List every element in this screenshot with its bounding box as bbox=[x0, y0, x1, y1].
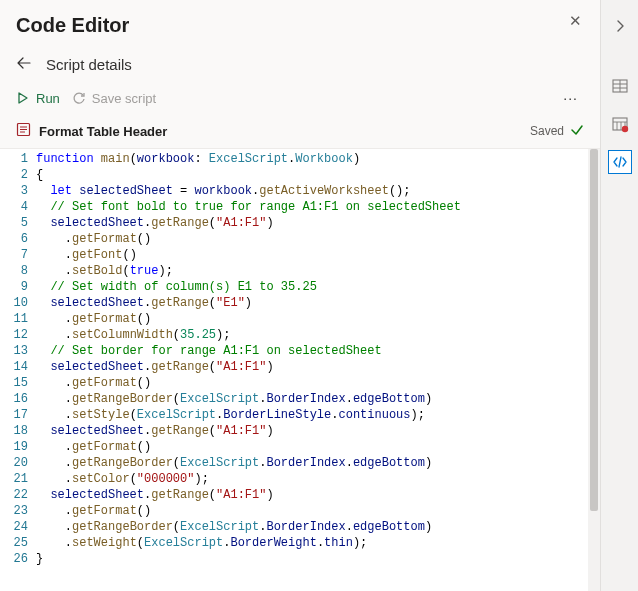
code-line[interactable]: selectedSheet.getRange("A1:F1") bbox=[36, 487, 600, 503]
play-icon bbox=[16, 91, 30, 105]
line-number: 22 bbox=[0, 487, 28, 503]
code-line[interactable]: { bbox=[36, 167, 600, 183]
line-number: 25 bbox=[0, 535, 28, 551]
toolbar: Run Save script ··· bbox=[0, 86, 600, 116]
line-number: 9 bbox=[0, 279, 28, 295]
close-button[interactable]: ✕ bbox=[565, 8, 586, 34]
code-editor-panel: Code Editor ✕ Script details Run Save sc… bbox=[0, 0, 600, 591]
save-refresh-icon bbox=[72, 91, 86, 105]
line-number-gutter: 1234567891011121314151617181920212223242… bbox=[0, 149, 36, 591]
script-name: Format Table Header bbox=[39, 124, 167, 139]
back-button[interactable] bbox=[16, 55, 32, 74]
code-line[interactable]: .setWeight(ExcelScript.BorderWeight.thin… bbox=[36, 535, 600, 551]
line-number: 16 bbox=[0, 391, 28, 407]
line-number: 26 bbox=[0, 551, 28, 567]
line-number: 4 bbox=[0, 199, 28, 215]
line-number: 17 bbox=[0, 407, 28, 423]
line-number: 2 bbox=[0, 167, 28, 183]
line-number: 15 bbox=[0, 375, 28, 391]
line-number: 3 bbox=[0, 183, 28, 199]
line-number: 5 bbox=[0, 215, 28, 231]
line-number: 14 bbox=[0, 359, 28, 375]
code-line[interactable]: .getFormat() bbox=[36, 231, 600, 247]
table-icon bbox=[611, 77, 629, 95]
save-label: Save script bbox=[92, 91, 156, 106]
line-number: 6 bbox=[0, 231, 28, 247]
code-line[interactable]: selectedSheet.getRange("A1:F1") bbox=[36, 423, 600, 439]
record-icon bbox=[611, 115, 629, 133]
save-script-button[interactable]: Save script bbox=[72, 91, 156, 106]
line-number: 11 bbox=[0, 311, 28, 327]
code-line[interactable]: // Set font bold to true for range A1:F1… bbox=[36, 199, 600, 215]
line-number: 8 bbox=[0, 263, 28, 279]
rail-action-code[interactable] bbox=[608, 150, 632, 174]
line-number: 21 bbox=[0, 471, 28, 487]
code-editor[interactable]: 1234567891011121314151617181920212223242… bbox=[0, 148, 600, 591]
code-tag-icon bbox=[611, 153, 629, 171]
run-label: Run bbox=[36, 91, 60, 106]
code-line[interactable]: let selectedSheet = workbook.getActiveWo… bbox=[36, 183, 600, 199]
code-line[interactable]: .setColor("000000"); bbox=[36, 471, 600, 487]
rail-action-1[interactable] bbox=[608, 74, 632, 98]
line-number: 12 bbox=[0, 327, 28, 343]
code-content[interactable]: function main(workbook: ExcelScript.Work… bbox=[36, 149, 600, 591]
expand-pane-button[interactable] bbox=[608, 14, 632, 38]
rail-action-record[interactable] bbox=[608, 112, 632, 136]
code-line[interactable]: selectedSheet.getRange("E1") bbox=[36, 295, 600, 311]
page-title: Code Editor bbox=[16, 14, 584, 37]
code-line[interactable]: .getRangeBorder(ExcelScript.BorderIndex.… bbox=[36, 519, 600, 535]
code-line[interactable]: .getRangeBorder(ExcelScript.BorderIndex.… bbox=[36, 391, 600, 407]
saved-status: Saved bbox=[530, 123, 584, 140]
run-button[interactable]: Run bbox=[16, 91, 60, 106]
code-line[interactable]: .setColumnWidth(35.25); bbox=[36, 327, 600, 343]
line-number: 24 bbox=[0, 519, 28, 535]
code-line[interactable]: .getFormat() bbox=[36, 439, 600, 455]
svg-point-3 bbox=[621, 126, 627, 132]
line-number: 10 bbox=[0, 295, 28, 311]
line-number: 23 bbox=[0, 503, 28, 519]
code-line[interactable]: // Set border for range A1:F1 on selecte… bbox=[36, 343, 600, 359]
subheader: Script details bbox=[0, 49, 600, 86]
line-number: 18 bbox=[0, 423, 28, 439]
code-line[interactable]: selectedSheet.getRange("A1:F1") bbox=[36, 215, 600, 231]
subheader-title: Script details bbox=[46, 56, 132, 73]
code-line[interactable]: .getRangeBorder(ExcelScript.BorderIndex.… bbox=[36, 455, 600, 471]
line-number: 1 bbox=[0, 151, 28, 167]
code-line[interactable]: .getFormat() bbox=[36, 311, 600, 327]
code-line[interactable]: selectedSheet.getRange("A1:F1") bbox=[36, 359, 600, 375]
code-line[interactable]: .getFormat() bbox=[36, 503, 600, 519]
script-info-row: Format Table Header Saved bbox=[0, 116, 600, 148]
code-line[interactable]: // Set width of column(s) E1 to 35.25 bbox=[36, 279, 600, 295]
code-line[interactable]: .getFormat() bbox=[36, 375, 600, 391]
vertical-scrollbar[interactable] bbox=[588, 149, 600, 591]
line-number: 19 bbox=[0, 439, 28, 455]
code-line[interactable]: } bbox=[36, 551, 600, 567]
saved-label: Saved bbox=[530, 124, 564, 138]
code-line[interactable]: .getFont() bbox=[36, 247, 600, 263]
line-number: 13 bbox=[0, 343, 28, 359]
line-number: 20 bbox=[0, 455, 28, 471]
line-number: 7 bbox=[0, 247, 28, 263]
right-rail bbox=[600, 0, 638, 591]
header: Code Editor ✕ bbox=[0, 0, 600, 49]
more-actions-button[interactable]: ··· bbox=[557, 90, 584, 106]
back-arrow-icon bbox=[16, 55, 32, 71]
script-icon bbox=[16, 122, 31, 140]
close-icon: ✕ bbox=[569, 12, 582, 29]
scrollbar-thumb[interactable] bbox=[590, 149, 598, 511]
check-icon bbox=[570, 123, 584, 140]
chevron-right-icon bbox=[613, 19, 627, 33]
code-line[interactable]: .setStyle(ExcelScript.BorderLineStyle.co… bbox=[36, 407, 600, 423]
code-line[interactable]: function main(workbook: ExcelScript.Work… bbox=[36, 151, 600, 167]
code-line[interactable]: .setBold(true); bbox=[36, 263, 600, 279]
